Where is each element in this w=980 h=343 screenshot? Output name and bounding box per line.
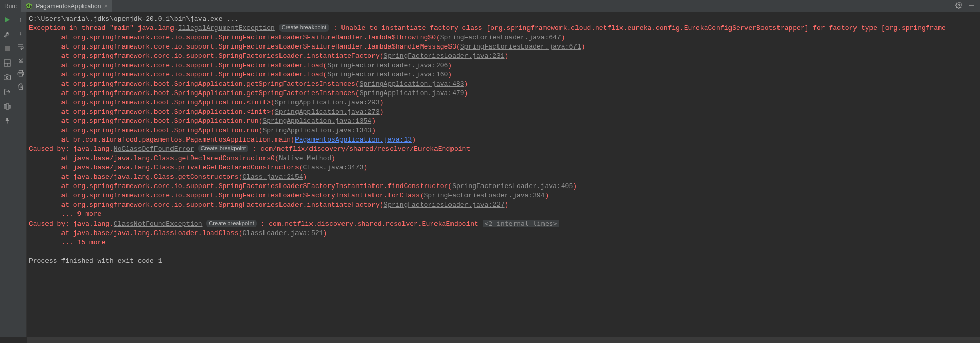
stack-frame: at java.base/java.lang.Class.privateGetD… [29, 164, 303, 172]
source-link[interactable]: SpringFactoriesLoader.java:227 [384, 201, 505, 209]
svg-rect-4 [5, 46, 10, 51]
caused-by: Caused by: java.lang. [29, 220, 114, 228]
run-left-gutter [0, 12, 14, 337]
down-icon[interactable]: ↓ [17, 29, 25, 37]
minimize-icon[interactable] [968, 2, 975, 10]
stack-frame: at org.springframework.core.io.support.S… [29, 52, 384, 60]
create-breakpoint-button[interactable]: Create breakpoint [198, 145, 248, 152]
rerun-icon[interactable] [3, 15, 11, 24]
text-caret [29, 267, 29, 274]
create-breakpoint-button[interactable]: Create breakpoint [279, 24, 329, 32]
source-link[interactable]: SpringFactoriesLoader.java:405 [452, 182, 573, 190]
run-label: Run: [0, 3, 21, 10]
svg-rect-14 [19, 74, 22, 76]
source-link[interactable]: Class.java:3473 [303, 164, 364, 172]
stack-frame: at org.springframework.core.io.support.S… [29, 192, 424, 199]
print-icon[interactable] [17, 69, 25, 77]
stack-frame: at org.springframework.core.io.support.S… [29, 201, 384, 209]
source-link[interactable]: SpringApplication.java:1343 [262, 127, 371, 134]
create-breakpoint-button[interactable]: Create breakpoint [206, 220, 256, 227]
source-link[interactable]: SpringApplication.java:483 [360, 80, 464, 88]
more-frames: ... 9 more [29, 210, 101, 218]
more-frames: ... 15 more [29, 239, 105, 246]
source-link[interactable]: SpringFactoriesLoader.java:671 [460, 43, 581, 51]
stack-frame: at org.springframework.core.io.support.S… [29, 71, 327, 79]
exit-icon[interactable] [3, 88, 11, 96]
source-link[interactable]: SpringApplication.java:293 [275, 99, 380, 106]
svg-rect-11 [7, 103, 8, 110]
source-link[interactable]: SpringFactoriesLoader.java:206 [327, 61, 448, 69]
stack-frame: at java.base/java.lang.Class.getDeclared… [29, 154, 279, 162]
horizontal-scrollbar[interactable] [27, 337, 980, 343]
stack-frame: at org.springframework.boot.SpringApplic… [29, 117, 262, 125]
source-link[interactable]: SpringApplication.java:1354 [262, 117, 371, 125]
svg-rect-12 [9, 105, 10, 108]
source-link[interactable]: SpringFactoriesLoader.java:647 [440, 34, 561, 41]
soft-wrap-icon[interactable] [17, 42, 25, 51]
stack-frame: at java.base/java.lang.Class.getConstruc… [29, 173, 242, 181]
pin-icon[interactable] [3, 117, 11, 125]
layout-icon[interactable] [3, 59, 11, 67]
exception-type-link[interactable]: IllegalArgumentException [178, 24, 275, 32]
stop-icon[interactable] [3, 44, 11, 53]
source-link[interactable]: PagamentosApplication.java:13 [295, 136, 412, 144]
internal-lines-pill[interactable]: <2 internal lines> [483, 220, 559, 227]
source-link[interactable]: SpringApplication.java:273 [275, 108, 380, 116]
exception-type-link[interactable]: NoClassDefFoundError [114, 145, 194, 153]
scroll-to-end-icon[interactable] [17, 56, 25, 64]
stack-frame: at org.springframework.core.io.support.S… [29, 182, 452, 190]
actuator-icon[interactable] [3, 102, 11, 111]
svg-point-1 [958, 4, 960, 6]
stack-frame: at org.springframework.core.io.support.S… [29, 61, 327, 69]
source-link[interactable]: SpringApplication.java:479 [360, 89, 464, 97]
camera-icon[interactable] [3, 73, 11, 82]
source-link[interactable]: SpringFactoriesLoader.java:394 [424, 192, 545, 199]
tool-icon[interactable] [3, 30, 11, 38]
source-link[interactable]: Class.java:2154 [242, 173, 303, 181]
exit-code-line: Process finished with exit code 1 [29, 257, 162, 265]
stack-frame: at org.springframework.core.io.support.S… [29, 43, 460, 51]
stack-frame: at org.springframework.core.io.support.S… [29, 34, 440, 41]
run-tabbar: Run: PagamentosApplication × [0, 0, 980, 12]
exception-type-link[interactable]: ClassNotFoundException [114, 220, 203, 228]
console-output[interactable]: C:\Users\maria\.jdks\openjdk-20.0.1\bin\… [27, 12, 980, 337]
gear-icon[interactable] [955, 2, 962, 10]
spring-boot-icon [25, 3, 33, 10]
source-link[interactable]: ClassLoader.java:521 [242, 229, 323, 237]
command-line: C:\Users\maria\.jdks\openjdk-20.0.1\bin\… [29, 15, 239, 23]
caused-by: Caused by: java.lang. [29, 145, 114, 153]
svg-marker-3 [5, 17, 10, 22]
exception-header: Exception in thread "main" java.lang. [29, 24, 178, 32]
stack-frame: at org.springframework.boot.SpringApplic… [29, 80, 360, 88]
run-config-tab[interactable]: PagamentosApplication × [21, 0, 112, 12]
trash-icon[interactable] [17, 83, 25, 91]
close-icon[interactable]: × [104, 2, 108, 10]
run-panel-body: ↑ ↓ C:\Users\maria\.jdks\openjdk-20.0.1\… [0, 12, 980, 337]
source-link[interactable]: SpringFactoriesLoader.java:231 [384, 52, 505, 60]
stack-frame: at br.com.alurafood.pagamentos.Pagamento… [29, 136, 295, 144]
source-link[interactable]: SpringFactoriesLoader.java:160 [327, 71, 448, 79]
svg-point-8 [6, 76, 8, 79]
stack-frame: at org.springframework.boot.SpringApplic… [29, 99, 275, 106]
source-link[interactable]: Native Method [279, 154, 331, 162]
svg-rect-10 [4, 104, 6, 108]
tab-label: PagamentosApplication [36, 3, 101, 10]
stack-frame: at org.springframework.boot.SpringApplic… [29, 89, 360, 97]
stack-frame: at org.springframework.boot.SpringApplic… [29, 127, 262, 134]
stack-frame: at java.base/java.lang.ClassLoader.loadC… [29, 229, 242, 237]
console-toolbar: ↑ ↓ [14, 12, 27, 337]
up-icon[interactable]: ↑ [17, 15, 25, 24]
stack-frame: at org.springframework.boot.SpringApplic… [29, 108, 275, 116]
